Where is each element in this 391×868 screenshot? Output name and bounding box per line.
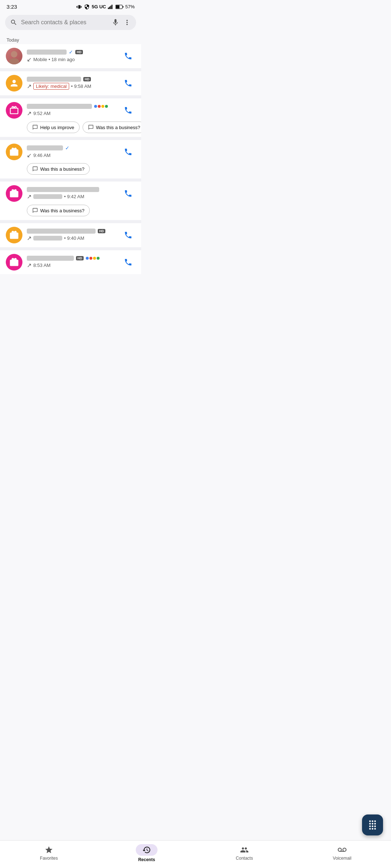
- call-item: ↗ 9:52 AM Help us improve Was this a bus…: [0, 98, 141, 137]
- business-btn-icon: [32, 208, 38, 213]
- call-info: HD ↗ 8:53 AM: [27, 256, 117, 269]
- contact-name-blurred: [27, 77, 81, 82]
- was-this-business-label: Was this a business?: [40, 166, 84, 172]
- hd-badge: HD: [83, 77, 91, 81]
- help-us-improve-button[interactable]: Help us improve: [27, 122, 80, 133]
- feedback-icon: [32, 124, 38, 130]
- call-info: ↗ • 9:42 AM: [27, 187, 117, 200]
- call-actions: Was this a business?: [27, 205, 135, 216]
- phone-number-blurred: [33, 194, 62, 199]
- call-time: • 9:40 AM: [64, 235, 84, 241]
- was-this-business-label: Was this a business?: [96, 125, 140, 130]
- status-icons: 5G UC 57%: [76, 4, 135, 10]
- battery-label: 57%: [125, 4, 135, 9]
- call-back-button[interactable]: [121, 186, 135, 201]
- contact-name-blurred: [27, 145, 63, 150]
- call-list: ✓ HD ↙ Mobile • 18 min ago HD: [0, 44, 141, 303]
- battery-icon: [115, 5, 123, 9]
- verified-icon: ✓: [69, 49, 73, 55]
- business-btn-icon: [88, 124, 94, 130]
- likely-tag: Likely: medical: [33, 83, 69, 90]
- phone-icon: [124, 258, 133, 267]
- section-today: Today: [0, 34, 141, 44]
- call-back-button[interactable]: [121, 145, 135, 159]
- network-label: 5G UC: [92, 4, 106, 9]
- call-item: ✓ ↙ 9:46 AM Was this a business?: [0, 140, 141, 178]
- avatar: [6, 227, 22, 243]
- svg-rect-3: [112, 5, 113, 9]
- call-time: 9:52 AM: [33, 111, 51, 116]
- call-time: 9:46 AM: [33, 153, 51, 158]
- call-back-button[interactable]: [121, 255, 135, 269]
- search-bar[interactable]: [5, 15, 136, 30]
- google-assistant-icon: [94, 105, 108, 108]
- call-direction-icon: ↗: [27, 262, 31, 269]
- call-detail-row: ↙ 9:46 AM: [27, 152, 117, 159]
- call-info: ✓ ↙ 9:46 AM: [27, 145, 117, 159]
- call-name-row: ✓ HD: [27, 49, 117, 55]
- call-back-button[interactable]: [121, 49, 135, 63]
- call-item-main: HD ↗ Likely: medical • 9:58 AM: [6, 75, 135, 92]
- call-info: ✓ HD ↙ Mobile • 18 min ago: [27, 49, 117, 63]
- avatar: [6, 102, 22, 119]
- was-this-business-button-2[interactable]: Was this a business?: [27, 163, 90, 175]
- call-item-main: ↗ 9:52 AM: [6, 102, 135, 119]
- call-detail-row: ↗ 9:52 AM: [27, 110, 117, 117]
- call-detail-row: ↗ 8:53 AM: [27, 262, 117, 269]
- search-input[interactable]: [21, 19, 108, 26]
- call-name-row: [27, 187, 117, 192]
- business-btn-icon: [32, 166, 38, 172]
- call-item-main: ↗ • 9:42 AM: [6, 185, 135, 202]
- business-icon: [9, 147, 19, 157]
- call-item: HD ↗ Likely: medical • 9:58 AM: [0, 71, 141, 95]
- was-this-business-button-1[interactable]: Was this a business?: [83, 122, 141, 133]
- svg-rect-1: [109, 7, 110, 9]
- contact-name-blurred: [27, 104, 92, 109]
- call-item: ↗ • 9:42 AM Was this a business?: [0, 182, 141, 220]
- vibrate-icon: [76, 4, 82, 10]
- phone-icon: [124, 79, 133, 88]
- business-icon: [9, 257, 19, 267]
- call-name-row: ✓: [27, 145, 117, 151]
- was-this-business-button-3[interactable]: Was this a business?: [27, 205, 90, 216]
- contact-name-blurred: [27, 187, 99, 192]
- avatar: [6, 48, 22, 64]
- call-back-button[interactable]: [121, 103, 135, 118]
- was-this-business-label: Was this a business?: [40, 208, 84, 213]
- call-back-button[interactable]: [121, 76, 135, 90]
- help-us-improve-label: Help us improve: [40, 125, 74, 130]
- call-item-main: HD ↗ 8:53 AM: [6, 254, 135, 271]
- microphone-icon[interactable]: [112, 18, 119, 26]
- call-item-main: ✓ ↙ 9:46 AM: [6, 144, 135, 160]
- more-options-icon[interactable]: [123, 18, 131, 26]
- call-detail: Mobile • 18 min ago: [33, 57, 75, 62]
- hd-badge: HD: [75, 50, 83, 54]
- call-item: ✓ HD ↙ Mobile • 18 min ago: [0, 44, 141, 68]
- phone-icon: [124, 189, 133, 198]
- phone-icon: [124, 231, 133, 239]
- call-direction-icon: ↗: [27, 110, 31, 117]
- call-detail-row: ↗ Likely: medical • 9:58 AM: [27, 83, 117, 90]
- call-direction-icon: ↙: [27, 152, 31, 159]
- status-bar: 3:23 5G UC 57%: [0, 0, 141, 12]
- person-icon: [9, 78, 19, 88]
- call-detail-row: ↙ Mobile • 18 min ago: [27, 56, 117, 63]
- contact-name-blurred: [27, 50, 67, 55]
- svg-point-7: [11, 51, 17, 58]
- call-item: HD ↗ • 9:40 AM: [0, 223, 141, 247]
- call-direction-icon: ↗: [27, 235, 31, 242]
- avatar: [6, 144, 22, 160]
- svg-rect-2: [110, 5, 112, 9]
- contact-name-blurred: [27, 229, 96, 234]
- avatar: [6, 254, 22, 271]
- contact-name-blurred: [27, 256, 74, 261]
- search-icon: [10, 19, 17, 26]
- svg-rect-5: [116, 5, 119, 8]
- hd-badge: HD: [76, 256, 84, 260]
- shield-icon: [84, 4, 90, 10]
- call-actions: Help us improve Was this a business?: [27, 122, 135, 133]
- call-direction-icon: ↗: [27, 193, 31, 200]
- google-assistant-icon: [86, 257, 100, 260]
- phone-icon: [124, 148, 133, 156]
- call-back-button[interactable]: [121, 228, 135, 242]
